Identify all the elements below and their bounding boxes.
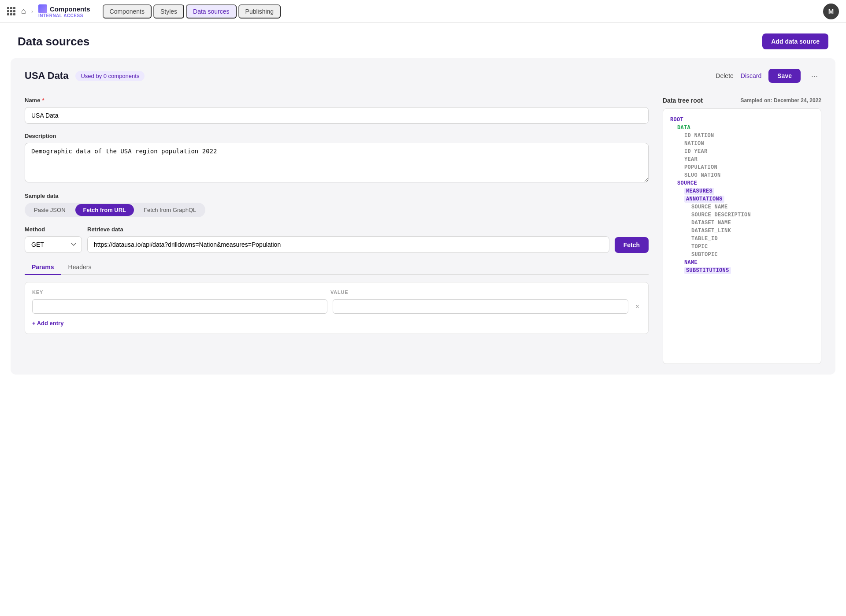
method-label: Method <box>25 226 82 233</box>
card-title-area: USA Data Used by 0 components <box>25 70 145 82</box>
description-field-group: Description Demographic data of the USA … <box>25 133 649 184</box>
nav-link-styles[interactable]: Styles <box>153 4 184 19</box>
kv-table: KEY VALUE × + Add entry <box>25 282 649 334</box>
data-tree-header: Data tree root Sampled on: December 24, … <box>663 97 821 104</box>
method-group: Method GET POST PUT DELETE <box>25 226 82 253</box>
nav-link-components[interactable]: Components <box>103 4 152 19</box>
card-header: USA Data Used by 0 components Delete Dis… <box>25 69 821 83</box>
sample-data-group: Sample data Paste JSON Fetch from URL Fe… <box>25 193 649 217</box>
tree-node-source-description: SOURCE_DESCRIPTION <box>670 211 814 219</box>
save-button[interactable]: Save <box>768 69 801 83</box>
datasource-title: USA Data <box>25 70 68 82</box>
brand-name: Components <box>50 5 90 13</box>
tree-node-name: NAME <box>670 259 814 267</box>
tree-node-id-year: ID YEAR <box>670 148 814 156</box>
page-header: Data sources Add data source <box>0 23 846 58</box>
tree-node-topic: TOPIC <box>670 243 814 251</box>
two-col-layout: Name * Description Demographic data of t… <box>25 97 821 364</box>
tab-fetch-graphql[interactable]: Fetch from GraphQL <box>136 204 204 216</box>
name-label: Name * <box>25 97 649 104</box>
datasource-card: USA Data Used by 0 components Delete Dis… <box>11 58 835 375</box>
kv-value-input[interactable] <box>333 299 628 314</box>
nav-link-publishing[interactable]: Publishing <box>238 4 281 19</box>
sample-data-label: Sample data <box>25 193 649 199</box>
more-options-button[interactable]: ··· <box>808 70 821 82</box>
tree-node-substitutions: SUBSTITUTIONS <box>670 267 814 275</box>
name-field-group: Name * <box>25 97 649 124</box>
tree-node-id-nation: ID NATION <box>670 132 814 140</box>
tree-node-table-id: TABLE_ID <box>670 235 814 243</box>
description-label: Description <box>25 133 649 139</box>
kv-key-input[interactable] <box>32 299 327 314</box>
data-tree-title: Data tree root <box>663 97 703 104</box>
delete-button[interactable]: Delete <box>716 72 733 79</box>
retrieve-data-label: Retrieve data <box>87 226 609 233</box>
required-indicator: * <box>42 97 44 104</box>
breadcrumb-separator: › <box>31 8 33 15</box>
tab-fetch-url[interactable]: Fetch from URL <box>75 204 134 216</box>
tree-node-subtopic: SUBTOPIC <box>670 251 814 259</box>
tree-node-population: POPULATION <box>670 163 814 171</box>
tree-node-slug-nation: SLUG NATION <box>670 171 814 179</box>
url-input[interactable] <box>87 236 609 253</box>
grid-menu-icon[interactable] <box>7 7 16 16</box>
tree-node-annotations: ANNOTATIONS <box>670 195 814 203</box>
tab-params[interactable]: Params <box>25 260 61 275</box>
tree-node-year: YEAR <box>670 156 814 163</box>
brand-sub: INTERNAL ACCESS <box>38 13 90 18</box>
tree-node-source: SOURCE <box>670 179 814 187</box>
nav-link-data-sources[interactable]: Data sources <box>186 4 236 19</box>
brand-icon <box>38 4 47 13</box>
left-col: Name * Description Demographic data of t… <box>25 97 649 364</box>
right-col: Data tree root Sampled on: December 24, … <box>663 97 821 364</box>
main-content: USA Data Used by 0 components Delete Dis… <box>0 58 846 392</box>
kv-key-header: KEY <box>32 289 325 295</box>
description-input[interactable]: Demographic data of the USA region popul… <box>25 143 649 182</box>
nav-links: Components Styles Data sources Publishin… <box>103 4 281 19</box>
add-datasource-button[interactable]: Add data source <box>762 33 828 49</box>
kv-delete-button[interactable]: × <box>634 301 641 312</box>
kv-row: × <box>32 299 641 314</box>
tree-node-measures: MEASURES <box>670 187 814 195</box>
name-input[interactable] <box>25 107 649 124</box>
tab-paste-json[interactable]: Paste JSON <box>26 204 74 216</box>
tree-node-root: ROOT <box>670 116 814 124</box>
add-entry-button[interactable]: + Add entry <box>32 320 63 327</box>
kv-header: KEY VALUE <box>32 289 641 295</box>
used-by-badge[interactable]: Used by 0 components <box>75 71 145 81</box>
home-icon[interactable]: ⌂ <box>21 7 26 16</box>
top-nav: ⌂ › Components INTERNAL ACCESS Component… <box>0 0 846 23</box>
tab-headers[interactable]: Headers <box>61 260 99 275</box>
card-actions: Delete Discard Save ··· <box>716 69 821 83</box>
sampled-on: Sampled on: December 24, 2022 <box>741 97 821 104</box>
page-title: Data sources <box>18 35 89 48</box>
tree-node-dataset-name: DATASET_NAME <box>670 219 814 227</box>
tree-node-nation: NATION <box>670 140 814 148</box>
sample-data-tabs: Paste JSON Fetch from URL Fetch from Gra… <box>25 203 205 217</box>
nav-brand: Components INTERNAL ACCESS <box>38 4 90 18</box>
tree-node-dataset-link: DATASET_LINK <box>670 227 814 235</box>
discard-button[interactable]: Discard <box>741 72 761 79</box>
method-url-row: Method GET POST PUT DELETE Retrieve data… <box>25 226 649 253</box>
params-headers-tabs: Params Headers <box>25 260 649 275</box>
tree-node-source-name: SOURCE_NAME <box>670 203 814 211</box>
fetch-button[interactable]: Fetch <box>615 237 649 253</box>
url-group: Retrieve data <box>87 226 609 253</box>
avatar[interactable]: M <box>823 4 839 19</box>
data-tree-container: ROOT DATA ID NATION NATION ID YEAR <box>663 108 821 364</box>
kv-value-header: VALUE <box>330 289 623 295</box>
method-select[interactable]: GET POST PUT DELETE <box>25 236 82 253</box>
tree-node-data: DATA <box>670 124 814 132</box>
